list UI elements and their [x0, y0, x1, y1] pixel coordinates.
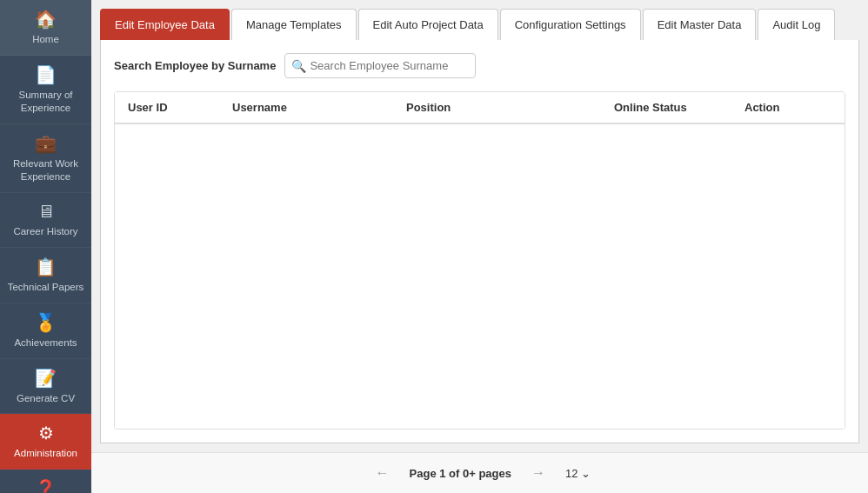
- table-header-online-status: Online Status: [614, 101, 744, 114]
- home-label: Home: [32, 33, 59, 46]
- sidebar-item-help[interactable]: ❓ Help: [0, 470, 91, 493]
- search-input[interactable]: [284, 53, 476, 78]
- tab-configuration-settings[interactable]: Configuration Settings: [500, 9, 641, 40]
- pagination-dropdown-icon[interactable]: ⌄: [581, 467, 591, 480]
- tab-edit-master-data[interactable]: Edit Master Data: [643, 9, 757, 40]
- sidebar: 🏠 Home 📄 Summary of Experience 💼 Relevan…: [0, 0, 91, 493]
- content-area: Search Employee by Surname 🔍 User IDUser…: [100, 40, 859, 443]
- achievements-label: Achievements: [14, 336, 77, 350]
- technical-papers-label: Technical Papers: [8, 281, 84, 294]
- tab-bar: Edit Employee DataManage TemplatesEdit A…: [91, 0, 868, 40]
- table-header-position: Position: [406, 101, 614, 114]
- pagination-prev-arrow[interactable]: ←: [369, 462, 397, 484]
- administration-label: Administration: [14, 447, 77, 460]
- search-bar: Search Employee by Surname 🔍: [114, 53, 845, 78]
- generate-cv-label: Generate CV: [17, 392, 75, 405]
- career-history-label: Career History: [13, 225, 77, 238]
- generate-cv-icon: 📝: [35, 368, 57, 389]
- sidebar-item-generate-cv[interactable]: 📝 Generate CV: [0, 359, 91, 415]
- main-content: Edit Employee DataManage TemplatesEdit A…: [91, 0, 868, 493]
- sidebar-item-administration[interactable]: ⚙ Administration: [0, 414, 91, 470]
- search-icon: 🔍: [291, 59, 306, 73]
- sidebar-item-career-history[interactable]: 🖥 Career History: [0, 193, 91, 248]
- sidebar-item-home[interactable]: 🏠 Home: [0, 0, 91, 56]
- sidebar-item-technical-papers[interactable]: 📋 Technical Papers: [0, 248, 91, 303]
- tab-audit-log[interactable]: Audit Log: [758, 9, 835, 40]
- career-history-icon: 🖥: [37, 202, 55, 222]
- employee-table: User IDUsernamePositionOnline StatusActi…: [114, 91, 845, 430]
- relevant-work-experience-label: Relevant Work Experience: [4, 157, 87, 183]
- pagination-info: Page 1 of 0+ pages: [410, 467, 511, 480]
- tab-edit-auto-project-data[interactable]: Edit Auto Project Data: [358, 9, 498, 40]
- table-header-action: Action: [744, 101, 831, 114]
- relevant-work-experience-icon: 💼: [35, 133, 57, 154]
- search-label: Search Employee by Surname: [114, 59, 276, 72]
- table-body: [115, 124, 845, 429]
- sidebar-item-summary-of-experience[interactable]: 📄 Summary of Experience: [0, 56, 91, 124]
- table-header: User IDUsernamePositionOnline StatusActi…: [115, 92, 845, 124]
- pagination-bar: ← Page 1 of 0+ pages → 12 ⌄: [91, 452, 868, 493]
- table-header-user-id: User ID: [128, 101, 232, 114]
- tab-edit-employee-data[interactable]: Edit Employee Data: [100, 9, 230, 40]
- pagination-size-value: 12: [565, 467, 578, 480]
- table-header-username: Username: [232, 101, 406, 114]
- home-icon: 🏠: [35, 9, 57, 30]
- sidebar-item-achievements[interactable]: 🏅 Achievements: [0, 303, 91, 359]
- summary-of-experience-icon: 📄: [35, 64, 57, 85]
- pagination-next-arrow[interactable]: →: [524, 462, 552, 484]
- help-icon: ❓: [35, 478, 57, 493]
- achievements-icon: 🏅: [35, 312, 57, 333]
- summary-of-experience-label: Summary of Experience: [4, 89, 87, 115]
- search-input-wrapper: 🔍: [284, 53, 476, 78]
- pagination-size-selector: 12 ⌄: [565, 467, 591, 480]
- tab-manage-templates[interactable]: Manage Templates: [231, 9, 357, 40]
- sidebar-item-relevant-work-experience[interactable]: 💼 Relevant Work Experience: [0, 124, 91, 193]
- technical-papers-icon: 📋: [35, 256, 57, 277]
- administration-icon: ⚙: [38, 423, 54, 443]
